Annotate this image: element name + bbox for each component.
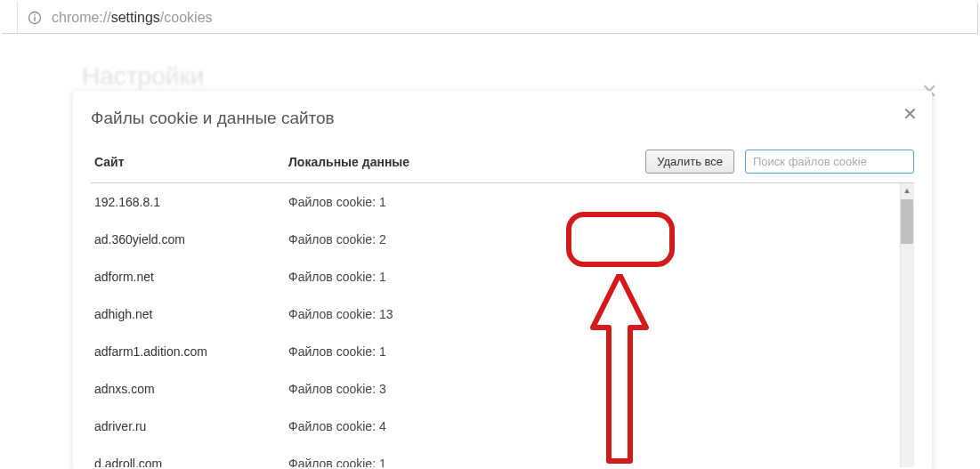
header-row: Сайт Локальные данные Удалить все <box>73 137 932 182</box>
table-row[interactable]: d.adroll.comФайлов cookie: 1 <box>91 445 914 467</box>
url-path: /cookies <box>160 10 213 25</box>
url-scheme: chrome:// <box>52 10 111 25</box>
svg-rect-1 <box>34 16 35 20</box>
scroll-thumb[interactable] <box>901 199 913 244</box>
search-input[interactable] <box>745 150 914 174</box>
col-header-data: Локальные данные <box>288 155 645 169</box>
cell-data: Файлов cookie: 13 <box>288 307 911 321</box>
table-row[interactable]: adnxs.comФайлов cookie: 3 <box>91 370 914 408</box>
cell-data: Файлов cookie: 1 <box>288 344 911 359</box>
scroll-up-icon[interactable]: ▲ <box>900 183 914 198</box>
table-row[interactable]: ad.360yield.comФайлов cookie: 2 <box>91 221 914 258</box>
close-button[interactable]: ✕ <box>903 103 918 125</box>
col-header-site: Сайт <box>94 155 288 169</box>
cell-site: 192.168.8.1 <box>94 195 288 209</box>
modal-title: Файлы cookie и данные сайтов <box>73 109 932 137</box>
cell-data: Файлов cookie: 1 <box>288 270 911 284</box>
table-row[interactable]: adfarm1.adition.comФайлов cookie: 1 <box>91 333 914 370</box>
delete-all-button[interactable]: Удалить все <box>645 150 734 174</box>
cookies-modal: Файлы cookie и данные сайтов ✕ Сайт Лока… <box>73 91 932 469</box>
url-text[interactable]: chrome://settings/cookies <box>52 10 213 26</box>
cell-data: Файлов cookie: 1 <box>288 195 911 209</box>
url-bold: settings <box>111 10 160 25</box>
svg-rect-2 <box>34 14 35 15</box>
cell-site: ad.360yield.com <box>94 232 288 247</box>
bg-settings-title: Настройки <box>82 62 204 91</box>
cell-site: adnxs.com <box>94 382 288 396</box>
table-row[interactable]: adhigh.netФайлов cookie: 13 <box>91 295 914 333</box>
cell-site: adriver.ru <box>94 419 288 433</box>
cell-site: adfarm1.adition.com <box>94 344 288 359</box>
addr-left-spacer <box>2 2 18 33</box>
address-bar[interactable]: chrome://settings/cookies <box>2 2 978 34</box>
table-row[interactable]: adform.netФайлов cookie: 1 <box>91 258 914 295</box>
cell-site: adhigh.net <box>94 307 288 321</box>
cell-data: Файлов cookie: 2 <box>288 232 911 247</box>
table-row[interactable]: 192.168.8.1Файлов cookie: 1 <box>91 183 914 221</box>
cell-data: Файлов cookie: 1 <box>288 457 911 467</box>
cell-site: d.adroll.com <box>94 457 288 467</box>
scrollbar[interactable]: ▲ <box>900 183 914 467</box>
cell-data: Файлов cookie: 4 <box>288 419 911 433</box>
cell-site: adform.net <box>94 270 288 284</box>
table-row[interactable]: adriver.ruФайлов cookie: 4 <box>91 408 914 445</box>
cell-data: Файлов cookie: 3 <box>288 382 911 396</box>
site-list: 192.168.8.1Файлов cookie: 1ad.360yield.c… <box>91 182 914 467</box>
info-icon[interactable] <box>27 10 43 26</box>
